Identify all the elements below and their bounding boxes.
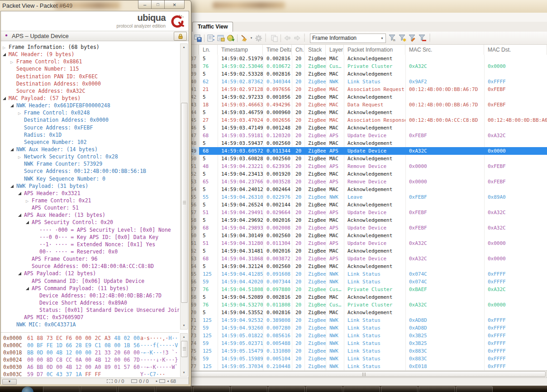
table-row[interactable]: 637514:59:02.5197920.00281620ZigBeeMACAc… — [181, 55, 547, 62]
tree-expanded-icon[interactable] — [10, 148, 14, 151]
column-header-layer[interactable]: Layer — [326, 45, 344, 55]
table-row[interactable]: 6431814:59:03.4666320.49429620ZigBeeMACD… — [181, 101, 547, 109]
hex-scrollbar-thumb[interactable] — [181, 341, 188, 357]
hex-row[interactable]: 0x003C59D70C43371AFFFFY··C7··· — [1, 371, 179, 378]
tree-line[interactable]: Source Address: 00:12:4B:00:0D:BB:56:1B — [2, 167, 179, 175]
taskbar-button[interactable] — [43, 386, 80, 392]
tree-expanded-icon[interactable] — [18, 214, 21, 217]
table-row[interactable]: 67312514:59:05.0182240.08561620ZigBeeNWK… — [181, 332, 547, 339]
tree-line[interactable]: APS MIC: 0x576059D7 — [2, 314, 179, 321]
table-row[interactable]: 658514:59:04.2969280.00201620ZigBeeMACAc… — [181, 216, 547, 224]
filter-add-button[interactable]: ✱ — [398, 33, 408, 43]
hex-options-dropdown-button[interactable]: ▼ — [2, 379, 17, 385]
tree-line[interactable]: APS Header: 0x3321 — [2, 190, 179, 197]
tree-scrollbar[interactable]: ▴ ▾ — [180, 43, 188, 330]
tree-line[interactable]: ▷Frame Control: 0x0248 — [2, 109, 179, 116]
decryption-lock-button[interactable] — [174, 32, 187, 41]
table-row[interactable]: 6476814:59:03.5918160.12032020ZigBeeAPSU… — [181, 132, 547, 139]
filter-normal-button[interactable]: n — [388, 33, 398, 43]
tree-expanded-icon[interactable] — [10, 185, 14, 188]
table-row[interactable]: 6387614:59:02.5304640.01067220ZigBeeCus…… — [181, 62, 547, 70]
tree-line[interactable]: APS Security Control: 0x20 — [2, 219, 179, 226]
settings-button[interactable] — [253, 33, 263, 43]
tree-line[interactable]: 00·· ···· = Reserved: 0x0 — [2, 248, 179, 255]
toolbar-overflow-grip[interactable] — [429, 34, 432, 42]
tree-line[interactable]: ···0 0··· = Key APS ID: [0x0] Data Key — [2, 234, 179, 241]
table-row[interactable]: 656514:59:04.2652480.00214420ZigBeeMACAc… — [181, 201, 547, 209]
tree-line[interactable]: Device Short Address: 0x89A0 — [2, 299, 179, 306]
table-row[interactable]: 6596814:59:04.2989360.00200820ZigBeeAPSU… — [181, 224, 547, 232]
tree-line[interactable]: APS Command ID: [0x06] Update Device — [2, 277, 179, 285]
toolbar-overflow-grip[interactable] — [304, 34, 306, 42]
column-header-ln[interactable]: Ln. — [199, 45, 218, 55]
table-row[interactable]: 6697614:59:04.5327040.01180820ZigBeeCus…… — [181, 301, 547, 309]
packet-list-button[interactable] — [216, 33, 226, 43]
table-row[interactable]: 650514:59:03.6082800.00256020ZigBeeMACAc… — [181, 155, 547, 163]
table-row[interactable]: 652514:59:04.2341360.00192020ZigBeeMACAc… — [181, 170, 547, 178]
filter-edit-button[interactable] — [408, 33, 418, 43]
tree-expanded-icon[interactable] — [26, 221, 29, 224]
tree-expanded-icon[interactable] — [10, 104, 14, 107]
table-row[interactable]: 66512514:59:04.4128560.09160820ZigBeeNWK… — [181, 270, 547, 278]
tree-line[interactable]: APS Payload: (12 bytes) — [2, 270, 179, 277]
tree-line[interactable]: NWK Key Sequence Number: 0 — [2, 175, 179, 182]
tree-line[interactable]: Source Address: 00:12:4B:00:0A:CC:C8:8D — [2, 263, 179, 270]
scroll-down-arrow[interactable]: ▾ — [181, 322, 187, 329]
taskbar-button[interactable] — [343, 386, 380, 392]
navigate-forward-button[interactable] — [292, 33, 302, 43]
tree-line[interactable]: Destination Address: 0x0000 — [2, 116, 179, 124]
scroll-down-arrow[interactable]: ▾ — [181, 369, 187, 376]
taskbar-button[interactable] — [306, 386, 342, 392]
table-row[interactable]: 670514:59:04.5355200.00281620ZigBeeMACAc… — [181, 309, 547, 316]
column-settings-button[interactable] — [206, 33, 216, 43]
clear-traffic-button[interactable] — [239, 33, 249, 43]
column-header-time-delta[interactable]: Time Delta — [263, 45, 292, 55]
tree-line[interactable]: APS Command Payload: (11 bytes) — [2, 285, 179, 292]
taskbar-button[interactable] — [156, 386, 192, 392]
table-row[interactable]: 6496814:59:03.6057200.01134420ZigBeeAPSU… — [181, 147, 547, 155]
tree-line[interactable]: NWK MIC: 0x0C43371A — [2, 321, 179, 328]
tree-line[interactable]: Status: [0x01] Standard Device Unsecured… — [2, 306, 179, 314]
tree-line[interactable]: NWK Header: 0x661DFEBF00000248 — [2, 102, 179, 109]
hex-row[interactable]: 0x000C00BFFE1D6628E9C108001B56····f(····… — [1, 342, 179, 349]
toolbar-overflow-grip[interactable] — [265, 34, 267, 42]
tree-expanded-icon[interactable] — [3, 97, 6, 100]
tree-line[interactable]: ▷Frame Information: (68 bytes) — [2, 43, 179, 51]
tree-line[interactable]: ▷Network Security Control: 0x28 — [2, 153, 179, 160]
tree-scrollbar-thumb[interactable] — [181, 103, 188, 303]
tree-line[interactable]: ▷Frame Control: 0x8861 — [2, 58, 179, 65]
start-button[interactable] — [22, 387, 33, 392]
column-header-timestamp[interactable]: Timestamp — [218, 45, 263, 55]
table-row[interactable]: 660514:59:04.3014960.00256020ZigBeeMACAc… — [181, 232, 547, 239]
taskbar-button[interactable] — [456, 386, 493, 392]
table-row[interactable]: 6406214:59:02.8736240.34034420ZigBeeNWKL… — [181, 78, 547, 86]
table-row[interactable]: 67712514:59:05.3703440.21044820ZigBeeNWK… — [181, 363, 547, 370]
tree-line[interactable]: MAC Header: (9 bytes) — [2, 51, 179, 58]
filter-remove-button[interactable] — [418, 33, 428, 43]
export-save-button[interactable] — [193, 33, 203, 43]
scroll-up-arrow[interactable]: ▴ — [181, 334, 187, 340]
refresh-network-button[interactable] — [226, 33, 236, 43]
tree-expanded-icon[interactable] — [18, 192, 21, 195]
tree-line[interactable]: Sequence Number: 102 — [2, 139, 179, 146]
scroll-up-arrow[interactable]: ▴ — [181, 44, 187, 51]
maximize-button[interactable]: □ — [152, 0, 165, 9]
table-row[interactable]: 6536514:59:04.2376640.00352820ZigBeeAPSR… — [181, 178, 547, 186]
table-row[interactable]: 6452714:59:03.4702480.00265620ZigBeeMACA… — [181, 116, 547, 124]
tree-expanded-icon[interactable] — [18, 272, 21, 275]
tree-line[interactable]: Sequence Number: 115 — [2, 65, 179, 72]
taskbar-button[interactable] — [118, 386, 155, 392]
taskbar-button[interactable] — [381, 386, 418, 392]
table-row[interactable]: 67512514:59:05.1547920.13108020ZigBeeNWK… — [181, 347, 547, 355]
tree-expanded-icon[interactable] — [26, 287, 29, 290]
hex-row[interactable]: 0x0018BB0D004B1200002133206000·←·K···!3 … — [1, 349, 179, 356]
hex-row[interactable]: 0x002400008DC8CC0A004B1200067D·····↓·K··… — [1, 356, 179, 363]
horizontal-scrollbar[interactable] — [181, 370, 547, 378]
clear-traffic-dropdown[interactable]: ▾ — [249, 33, 253, 43]
close-button[interactable]: × — [165, 0, 185, 9]
taskbar-button[interactable] — [81, 386, 117, 392]
column-header-stack[interactable]: Stack — [304, 45, 326, 55]
hex-row[interactable]: 0x0000618873ECF600002CA3480200a·s····,·H… — [1, 335, 179, 342]
table-row[interactable]: 664514:59:04.3212480.00256020ZigBeeMACAc… — [181, 263, 547, 270]
table-row[interactable]: 6412114:59:02.9712800.09765620ZigBeeMACA… — [181, 86, 547, 93]
